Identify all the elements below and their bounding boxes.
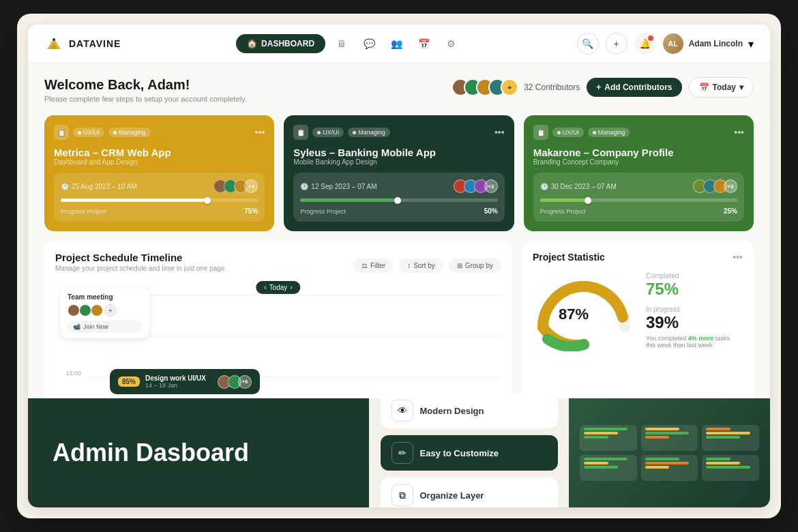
- outer-wrapper: DATAVINE 🏠 DASHBOARD 🖥 💬 👥 📅 ⚙ 🔍 + 🔔: [17, 14, 781, 518]
- progress-bar: [540, 198, 737, 202]
- avatar: AL: [663, 33, 683, 54]
- sort-by-button[interactable]: ↕ Sort by: [399, 258, 443, 273]
- project-card-1: 📋 UX/UI Managing •••: [44, 115, 274, 231]
- feature-item-organize[interactable]: ⧉ Organize Layer: [381, 477, 558, 507]
- card-menu-icon[interactable]: •••: [494, 127, 505, 138]
- calendar-icon: 📅: [699, 83, 709, 92]
- nav-center: 🏠 DASHBOARD 🖥 💬 👥 📅 ⚙: [132, 33, 565, 55]
- filter-button[interactable]: ⚖ Filter: [353, 258, 394, 273]
- search-button[interactable]: 🔍: [577, 33, 599, 55]
- card-menu-icon[interactable]: •••: [255, 127, 265, 138]
- completed-value: 75%: [646, 280, 743, 299]
- in-progress-value: 39%: [646, 313, 743, 332]
- avatar-extra: +3: [244, 179, 258, 193]
- feature-item-customize[interactable]: ✏ Easy to Customize: [381, 435, 558, 471]
- dashboard-nav-btn[interactable]: 🏠 DASHBOARD: [236, 34, 325, 53]
- promo-left: Admin Dasboard: [28, 398, 369, 507]
- meeting-add-button[interactable]: +: [104, 304, 117, 316]
- design-task-avatars: +6: [218, 375, 252, 389]
- settings-nav-btn[interactable]: ⚙: [440, 33, 462, 55]
- stats-right: Completed 75% In progress 39% You comple…: [646, 272, 743, 355]
- stats-menu-icon[interactable]: •••: [733, 252, 743, 263]
- add-contributors-button[interactable]: + Add Contributors: [587, 78, 681, 97]
- donut-center: 87%: [559, 306, 589, 323]
- contributors-count: 32 Contributors: [524, 83, 580, 92]
- design-task-bar: 85% Design work UI/UX 14 – 18 Jan +6: [110, 369, 260, 394]
- logo-icon: [44, 34, 63, 53]
- brand-name: DATAVINE: [69, 38, 121, 49]
- layers-icon: ⧉: [391, 484, 413, 506]
- card-tags: 📋 UX/UI Managing: [533, 125, 630, 140]
- monitor-nav-btn[interactable]: 🖥: [331, 33, 353, 55]
- progress-bar: [61, 198, 258, 202]
- add-button[interactable]: +: [606, 33, 627, 55]
- contributors-badge: + 32 Contributors: [452, 78, 580, 96]
- card-tags: 📋 UX/UI Managing: [293, 125, 390, 140]
- card-icon: 📋: [533, 125, 548, 140]
- notification-button[interactable]: 🔔: [634, 33, 656, 55]
- promo-title: Admin Dasboard: [53, 439, 249, 467]
- card-top-row: 📋 UX/UI Managing •••: [533, 125, 744, 140]
- stats-header: Project Statistic •••: [533, 252, 743, 263]
- card-title-3: Makarone – Company Profile Branding Conc…: [533, 147, 744, 166]
- stats-body: 87% Completed 75% In progress 39%: [533, 272, 743, 355]
- today-button[interactable]: 📅 Today ▾: [689, 77, 754, 98]
- timeline-title: Project Schedule Timeline: [55, 252, 225, 263]
- in-progress-stat: In progress 39% You completed 4% more ta…: [646, 306, 743, 349]
- meeting-avatars: +: [68, 304, 143, 316]
- card-menu-icon[interactable]: •••: [734, 127, 744, 138]
- avatar: [79, 304, 91, 316]
- map-card: [580, 425, 637, 451]
- join-now-button[interactable]: 📹 Join Now: [68, 321, 143, 333]
- user-name: Adam Lincoln: [689, 39, 743, 48]
- progress-fill: [300, 198, 399, 202]
- team-meeting-card: Team meeting + 📹 Join Now: [61, 288, 149, 338]
- group-icon: ⊞: [457, 262, 462, 269]
- chevron-down-icon: ▾: [739, 83, 743, 92]
- promo-right: [569, 398, 770, 507]
- map-card: [702, 455, 759, 481]
- browser-chrome: DATAVINE 🏠 DASHBOARD 🖥 💬 👥 📅 ⚙ 🔍 + 🔔: [28, 25, 770, 507]
- map-card: [641, 455, 698, 481]
- card-tag-uxui: UX/UI: [552, 128, 584, 137]
- promo-center: 👁 Modern Design ✏ Easy to Customize ⧉ Or…: [369, 398, 569, 507]
- eye-icon: 👁: [391, 400, 413, 422]
- card-date: 🕐 25 Aug 2023 – 10 AM: [61, 183, 137, 190]
- card-title-2: Syleus – Banking Mobile App Mobile Banki…: [293, 147, 504, 166]
- design-task-title: Design work UI/UX: [145, 374, 212, 382]
- card-bottom-2: 🕐 12 Sep 2023 – 07 AM +3: [293, 173, 504, 222]
- timeline-subtitle: Manage your project schedule and time in…: [55, 265, 225, 272]
- feature-label: Modern Design: [420, 406, 484, 416]
- message-nav-btn[interactable]: 💬: [358, 33, 380, 55]
- clock-icon: 🕐: [300, 183, 308, 190]
- avatar: [91, 304, 103, 316]
- card-title-1: Metrica – CRM Web App Dashboard and App …: [54, 147, 265, 166]
- stats-card: Project Statistic •••: [522, 241, 754, 398]
- welcome-subtitle: Please complete few steps to setup your …: [44, 95, 247, 103]
- chevron-down-icon: ▾: [748, 38, 754, 50]
- calendar-nav-btn[interactable]: 📅: [413, 33, 434, 55]
- nav-right: 🔍 + 🔔 AL Adam Lincoln ▾: [577, 33, 754, 55]
- welcome-text: Welcome Back, Adam! Please complete few …: [44, 77, 247, 103]
- card-tags: 📋 UX/UI Managing: [54, 125, 151, 140]
- feature-label: Easy to Customize: [420, 448, 499, 458]
- progress-bar: [300, 198, 497, 202]
- stats-title: Project Statistic: [533, 252, 605, 263]
- clock-icon: 🕐: [540, 183, 548, 190]
- cards-grid: 📋 UX/UI Managing •••: [44, 115, 754, 231]
- card-tag-managing: Managing: [348, 128, 390, 137]
- main-content: Welcome Back, Adam! Please complete few …: [28, 63, 770, 398]
- donut-chart: 87%: [533, 276, 635, 351]
- today-nav-button[interactable]: ‹ Today ›: [256, 281, 300, 294]
- map-card: [641, 425, 698, 451]
- map-card: [580, 455, 637, 481]
- notification-dot: [648, 35, 653, 41]
- map-card: [702, 425, 759, 451]
- user-area[interactable]: AL Adam Lincoln ▾: [663, 33, 754, 54]
- bottom-section: Project Schedule Timeline Manage your pr…: [44, 241, 754, 398]
- project-card-3: 📋 UX/UI Managing •••: [524, 115, 754, 231]
- filter-icon: ⚖: [361, 262, 368, 269]
- group-by-button[interactable]: ⊞ Group by: [449, 258, 501, 273]
- users-nav-btn[interactable]: 👥: [385, 33, 407, 55]
- timeline-header: Project Schedule Timeline Manage your pr…: [55, 252, 501, 273]
